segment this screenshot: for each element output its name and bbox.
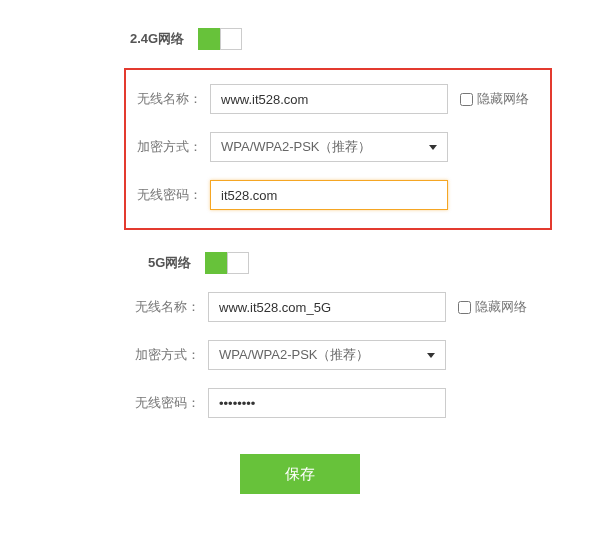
band24-config-box: 无线名称： 隐藏网络 加密方式： WPA/WPA2-PSK（推荐） 无线密码： — [124, 68, 552, 230]
ssid-label: 无线名称： — [132, 90, 202, 108]
band24-encryption-select[interactable]: WPA/WPA2-PSK（推荐） — [210, 132, 448, 162]
hide-label: 隐藏网络 — [475, 298, 527, 316]
band24-ssid-row: 无线名称： 隐藏网络 — [126, 84, 550, 114]
save-button[interactable]: 保存 — [240, 454, 360, 494]
enc-value: WPA/WPA2-PSK（推荐） — [219, 346, 369, 364]
pwd-label: 无线密码： — [130, 394, 200, 412]
band24-password-input[interactable] — [210, 180, 448, 210]
band24-pwd-row: 无线密码： — [126, 180, 550, 210]
band24-hide-checkbox[interactable] — [460, 93, 473, 106]
hide-label: 隐藏网络 — [477, 90, 529, 108]
band24-enc-row: 加密方式： WPA/WPA2-PSK（推荐） — [126, 132, 550, 162]
band24-header: 2.4G网络 — [130, 28, 600, 50]
enc-label: 加密方式： — [132, 138, 202, 156]
band5-header: 5G网络 — [148, 252, 600, 274]
band24-toggle[interactable] — [198, 28, 242, 50]
band5-title: 5G网络 — [148, 254, 191, 272]
band5-pwd-row: 无线密码： — [0, 388, 600, 418]
band5-ssid-input[interactable] — [208, 292, 446, 322]
band5-hide-checkbox[interactable] — [458, 301, 471, 314]
band24-hide-network[interactable]: 隐藏网络 — [460, 90, 529, 108]
enc-label: 加密方式： — [130, 346, 200, 364]
band5-enc-row: 加密方式： WPA/WPA2-PSK（推荐） — [0, 340, 600, 370]
chevron-down-icon — [429, 145, 437, 150]
band5-password-input[interactable] — [208, 388, 446, 418]
pwd-label: 无线密码： — [132, 186, 202, 204]
band24-title: 2.4G网络 — [130, 30, 184, 48]
band5-ssid-row: 无线名称： 隐藏网络 — [0, 292, 600, 322]
save-row: 保存 — [0, 454, 600, 494]
enc-value: WPA/WPA2-PSK（推荐） — [221, 138, 371, 156]
band5-hide-network[interactable]: 隐藏网络 — [458, 298, 527, 316]
band24-ssid-input[interactable] — [210, 84, 448, 114]
band5-toggle[interactable] — [205, 252, 249, 274]
chevron-down-icon — [427, 353, 435, 358]
ssid-label: 无线名称： — [130, 298, 200, 316]
band5-encryption-select[interactable]: WPA/WPA2-PSK（推荐） — [208, 340, 446, 370]
